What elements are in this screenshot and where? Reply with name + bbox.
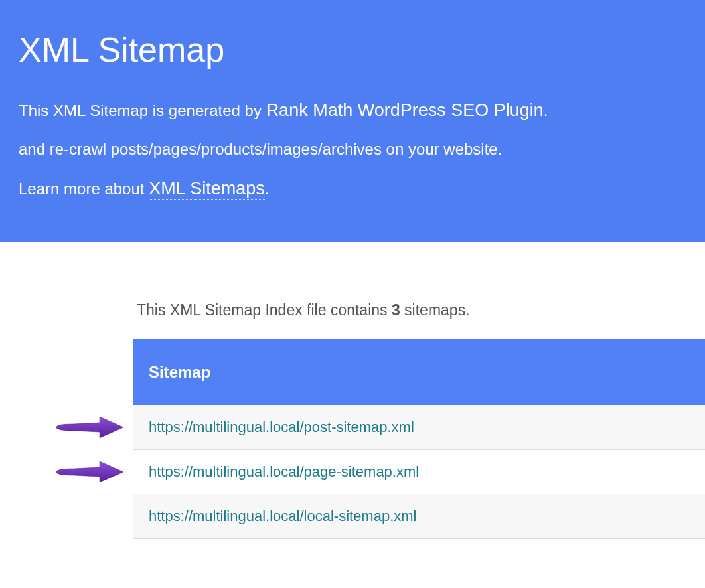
intro-line-2: and re-crawl posts/pages/products/images…	[19, 137, 686, 162]
learn-prefix: Learn more about	[19, 180, 149, 198]
content-area: This XML Sitemap Index file contains 3 s…	[0, 242, 705, 539]
page-title: XML Sitemap	[19, 30, 686, 70]
table-row: https://multilingual.local/page-sitemap.…	[133, 450, 705, 494]
table-row: https://multilingual.local/local-sitemap…	[133, 494, 705, 539]
page-header: XML Sitemap This XML Sitemap is generate…	[0, 0, 705, 242]
sitemap-link[interactable]: https://multilingual.local/post-sitemap.…	[149, 419, 414, 435]
intro-prefix: This XML Sitemap is generated by	[19, 102, 266, 119]
index-summary: This XML Sitemap Index file contains 3 s…	[133, 301, 705, 319]
intro-suffix: .	[544, 102, 548, 119]
pointer-arrow-icon	[53, 459, 126, 485]
index-prefix: This XML Sitemap Index file contains	[137, 301, 392, 319]
learn-suffix: .	[265, 180, 270, 198]
column-header-sitemap: Sitemap	[133, 339, 705, 405]
index-count: 3	[392, 301, 400, 319]
learn-more-line: Learn more about XML Sitemaps.	[19, 175, 686, 203]
pointer-arrow-icon	[53, 414, 126, 441]
sitemap-table: Sitemap https://multilingual.local/post-…	[133, 339, 705, 539]
rank-math-link[interactable]: Rank Math WordPress SEO Plugin	[266, 100, 544, 121]
xml-sitemaps-link[interactable]: XML Sitemaps	[149, 179, 265, 200]
sitemap-link[interactable]: https://multilingual.local/page-sitemap.…	[149, 463, 419, 480]
table-row: https://multilingual.local/post-sitemap.…	[133, 405, 705, 450]
sitemap-link[interactable]: https://multilingual.local/local-sitemap…	[149, 508, 417, 524]
intro-line-1: This XML Sitemap is generated by Rank Ma…	[19, 96, 686, 125]
index-suffix: sitemaps.	[400, 301, 470, 319]
